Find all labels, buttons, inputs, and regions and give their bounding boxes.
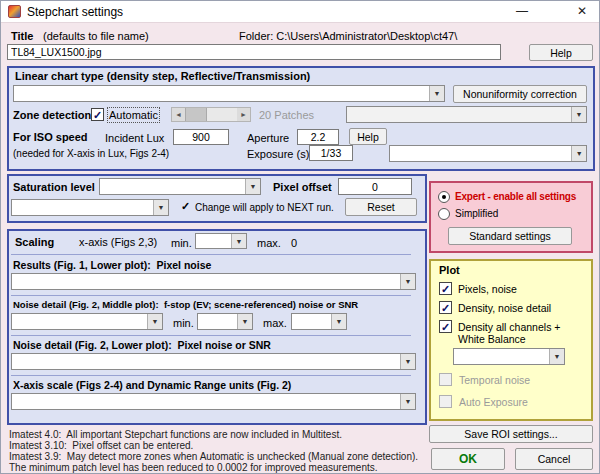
- dropdown-arrow-icon: ▼: [549, 349, 564, 364]
- noise-mid-select[interactable]: F-stop (EV) noise ▼: [11, 313, 163, 330]
- dropdown-arrow-icon: ▼: [153, 200, 168, 215]
- temporal-noise-checkbox: [439, 373, 452, 386]
- incident-lux-label: Incident Lux: [105, 132, 164, 144]
- temporal-noise-label: Temporal noise: [459, 374, 530, 386]
- automatic-checkbox[interactable]: ✓: [91, 108, 104, 121]
- incident-lux-field[interactable]: [173, 129, 229, 145]
- auto-exposure-checkbox: [439, 395, 452, 408]
- pixel-offset-field[interactable]: [338, 178, 412, 195]
- change-note-check-icon: ✓: [181, 200, 190, 213]
- titlebar: Stepchart settings — ✕: [1, 1, 599, 23]
- density-all-channels-checkbox[interactable]: ✓: [439, 320, 452, 333]
- slider-thumb[interactable]: [185, 108, 207, 121]
- expert-radio[interactable]: [438, 191, 450, 203]
- auto-exposure-label: Auto Exposure: [459, 396, 528, 408]
- noise-mid-min-select[interactable]: Auto ▼: [197, 313, 253, 330]
- xscale-heading: X-axis scale (Figs 2-4) and Dynamic Rang…: [13, 379, 291, 391]
- scaling-min-label: min.: [171, 237, 192, 249]
- dropdown-arrow-icon: ▼: [237, 314, 252, 329]
- dropdown-arrow-icon: ▼: [331, 314, 346, 329]
- stepchart-settings-dialog: Stepchart settings — ✕ Title (defaults t…: [0, 0, 600, 474]
- patches-count-label: 20 Patches: [259, 109, 314, 121]
- cancel-button[interactable]: Cancel: [515, 448, 593, 470]
- app-icon: [8, 5, 21, 18]
- delta-c-select[interactable]: Delta-C ab, 94, 00 ▼: [453, 348, 565, 365]
- density-noise-label[interactable]: Density, noise detail: [458, 302, 551, 314]
- scaling-max-label: max.: [257, 237, 281, 249]
- patches-slider[interactable]: ◄ ►: [171, 107, 251, 122]
- dropdown-arrow-icon: ▼: [231, 234, 246, 248]
- change-note: Change will apply to NEXT run.: [195, 202, 334, 213]
- close-icon[interactable]: ✕: [567, 1, 597, 23]
- footer-note: The minimum patch level has been reduced…: [9, 462, 378, 473]
- scaling-heading: Scaling: [15, 236, 54, 248]
- results-select[interactable]: 3. Noise in pixels (maximum of 255) ▼: [11, 273, 416, 290]
- folder-path: Folder: C:\Users\Administrator\Desktop\c…: [239, 30, 457, 42]
- window-title: Stepchart settings: [27, 5, 123, 19]
- aperture-field[interactable]: [297, 129, 339, 145]
- dropdown-arrow-icon: ▼: [245, 179, 260, 194]
- pixels-noise-label[interactable]: Pixels, noise: [458, 283, 517, 295]
- density-noise-checkbox[interactable]: ✓: [439, 301, 452, 314]
- exposure-field[interactable]: [309, 145, 353, 161]
- save-roi-settings-button[interactable]: Save ROI settings...: [429, 425, 593, 443]
- slider-right-arrow-icon[interactable]: ►: [237, 108, 250, 121]
- expert-radio-label[interactable]: Expert - enable all settings: [455, 191, 576, 202]
- results-heading: Results (Fig. 1, Lower plot): Pixel nois…: [13, 259, 211, 271]
- nonuniformity-correction-button[interactable]: Nonuniformity correction: [453, 85, 587, 103]
- divider: [11, 335, 411, 336]
- iso-hint: (needed for X-axis in Lux, Figs 2-4): [13, 148, 169, 159]
- noise-low-select[interactable]: 5. Pixel SNR (dB) (20*log10(S/N)) ▼: [11, 353, 416, 370]
- iso-speed-label: For ISO speed: [13, 131, 88, 143]
- noise-mid-max-select[interactable]: Auto ▼: [291, 313, 347, 330]
- simplified-radio-label[interactable]: Simplified: [455, 208, 498, 219]
- saturation-level-label: Saturation level: [13, 181, 95, 193]
- reset-button[interactable]: Reset: [345, 198, 417, 216]
- exposure-label: Exposure (s): [247, 148, 309, 160]
- noise-mid-min-label: min.: [173, 317, 194, 329]
- ok-button[interactable]: OK: [431, 448, 505, 470]
- density-all-channels-label[interactable]: Density all channels + White Balance: [458, 321, 570, 345]
- simplified-radio[interactable]: [438, 208, 450, 220]
- scaling-xaxis-label: x-axis (Figs 2,3): [79, 236, 157, 248]
- footer-note: Imatest 3.10: Pixel offset can be entere…: [9, 440, 193, 451]
- automatic-label[interactable]: Automatic: [109, 109, 158, 121]
- veiling-glare-select: No Veiling Glare calculation (default) ▼: [346, 106, 587, 123]
- dropdown-arrow-icon: ▼: [147, 314, 162, 329]
- minimize-icon[interactable]: —: [507, 1, 537, 23]
- noise-low-heading: Noise detail (Fig. 2, Lower plot): Pixel…: [13, 339, 271, 351]
- scaling-max-value: 0: [291, 237, 297, 249]
- xscale-select[interactable]: 3. Exposure in dB (-20*Target density) f…: [11, 393, 416, 410]
- filename-input[interactable]: [7, 44, 501, 60]
- title-label: Title: [11, 30, 33, 42]
- title-hint: (defaults to file name): [43, 30, 149, 42]
- dropdown-arrow-icon: ▼: [571, 107, 586, 122]
- aperture-label: Aperture: [247, 132, 289, 144]
- noise-mid-max-label: max.: [263, 317, 287, 329]
- divider: [11, 254, 411, 255]
- zone-detection-label: Zone detection: [13, 109, 91, 121]
- divider: [11, 375, 411, 376]
- pixel-offset-label: Pixel offset: [273, 181, 332, 193]
- iso-help-button[interactable]: Help: [349, 128, 387, 145]
- slider-left-arrow-icon[interactable]: ◄: [172, 108, 185, 121]
- dropdown-arrow-icon: ▼: [400, 274, 415, 289]
- pixels-noise-checkbox[interactable]: ✓: [439, 282, 452, 295]
- dropdown-arrow-icon: ▼: [400, 354, 415, 369]
- standard-settings-button[interactable]: Standard settings: [448, 227, 572, 245]
- help-button[interactable]: Help: [529, 44, 593, 61]
- saturation-level-select[interactable]: Standard file: 255 (or 65535...) ▼: [99, 178, 261, 195]
- orientation-select[interactable]: Standard image orientation ▼: [11, 199, 169, 216]
- footer-note: Imatest 4.0: All important Stepchart fun…: [9, 429, 342, 440]
- plot-heading: Plot: [439, 264, 460, 276]
- divider: [11, 295, 411, 296]
- noise-mid-heading: Noise detail (Fig. 2, Middle plot): f-st…: [13, 299, 358, 310]
- dropdown-arrow-icon: ▼: [571, 146, 586, 161]
- dropdown-arrow-icon: ▼: [400, 394, 415, 409]
- footer-note: Imatest 3.9: May detect more zones when …: [9, 451, 418, 462]
- density-step-select[interactable]: Density step = 0.10 REFLECTIVE (Kodak Q-…: [13, 85, 445, 102]
- chart-type-heading: Linear chart type (density step, Reflect…: [15, 70, 310, 82]
- scaling-min-select[interactable]: Auto ▼: [195, 233, 247, 249]
- noise-corr-select[interactable]: New noise nonuniformity corr. (Recommend…: [389, 145, 587, 162]
- dropdown-arrow-icon: ▼: [429, 86, 444, 101]
